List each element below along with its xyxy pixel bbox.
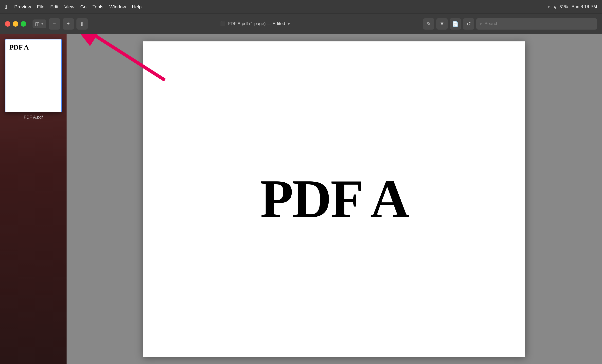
share-button[interactable]: ⇧ — [76, 18, 88, 30]
close-button[interactable] — [5, 21, 10, 27]
clock: Sun 8:19 PM — [571, 4, 597, 9]
pen-icon: ✎ — [427, 21, 431, 27]
markup-chevron-button[interactable]: ▼ — [436, 18, 448, 30]
menubar-view[interactable]: View — [61, 3, 77, 11]
menubar-file[interactable]: File — [34, 3, 48, 11]
window-title: PDF A.pdf (1 page) — Edited — [228, 21, 285, 26]
menubar-go[interactable]: Go — [77, 3, 89, 11]
zoom-out-icon: − — [53, 21, 56, 27]
menubar-help[interactable]: Help — [129, 3, 144, 11]
zoom-in-button[interactable]: + — [63, 18, 74, 30]
toolbar-right-group: ✎ ▼ 📄 ↺ ⌕ — [423, 18, 597, 30]
share-icon: ⇧ — [80, 21, 84, 27]
fullscreen-button[interactable] — [21, 21, 26, 27]
zoom-in-icon: + — [67, 21, 70, 27]
page-thumbnail: PDF A — [5, 39, 62, 112]
search-box[interactable]: ⌕ — [476, 18, 597, 30]
minimize-button[interactable] — [13, 21, 18, 27]
toolbar: ◫ ▼ − + ⇧ ⬛ PDF A.pdf (1 page) — Edited … — [0, 14, 602, 34]
page-thumbnail-container[interactable]: PDF A PDF A.pdf — [5, 39, 62, 120]
menubar-edit[interactable]: Edit — [47, 3, 61, 11]
menubar-tools[interactable]: Tools — [89, 3, 106, 11]
pdf-content-area: PDF A — [67, 34, 602, 364]
rotate-icon: ↺ — [467, 21, 471, 27]
menubar-search-icon[interactable]: ⌕ — [548, 4, 550, 9]
title-chevron-icon[interactable]: ▼ — [287, 22, 291, 26]
rotate-button[interactable]: ↺ — [463, 18, 474, 30]
pdf-page: PDF A — [143, 41, 525, 357]
zoom-out-button[interactable]: − — [49, 18, 60, 30]
apple-menu[interactable]:  — [5, 4, 7, 10]
pdf-main-text: PDF A — [260, 168, 408, 230]
sidebar-icon: ◫ — [35, 21, 40, 27]
thumbnail-label: PDF A.pdf — [5, 115, 62, 120]
menubar-window[interactable]: Window — [106, 3, 129, 11]
window-title-area: ⬛ PDF A.pdf (1 page) — Edited ▼ — [90, 21, 421, 27]
battery-indicator: 51% — [560, 4, 568, 9]
chevron-down-icon: ▼ — [440, 21, 444, 27]
chevron-down-icon: ▼ — [41, 22, 44, 26]
search-icon: ⌕ — [480, 21, 482, 26]
thumbnail-text: PDF A — [9, 43, 29, 51]
sidebar-toggle-button[interactable]: ◫ ▼ — [33, 19, 46, 28]
text-icon: 📄 — [452, 21, 459, 27]
sidebar: PDF A PDF A.pdf — [0, 34, 67, 364]
menubar-status-area: ⌕ 𝜂 51% Sun 8:19 PM — [548, 4, 597, 9]
wifi-icon: 𝜂 — [554, 4, 556, 9]
text-button[interactable]: 📄 — [450, 18, 461, 30]
menubar:  Preview File Edit View Go Tools Window… — [0, 0, 602, 14]
window-controls — [5, 21, 26, 27]
main-area: PDF A PDF A.pdf PDF A — [0, 34, 602, 364]
menubar-preview[interactable]: Preview — [11, 3, 34, 11]
markup-button[interactable]: ✎ — [423, 18, 434, 30]
search-input[interactable] — [484, 21, 594, 26]
pdf-file-icon: ⬛ — [220, 21, 226, 27]
